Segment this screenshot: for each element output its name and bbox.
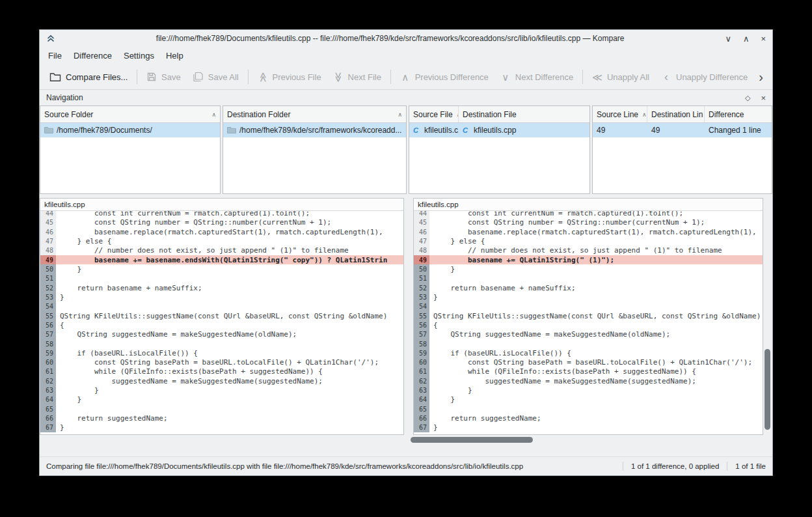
code-line-57: 57 QString suggestedName = makeSuggested… bbox=[414, 330, 763, 339]
code-line-56: 56{ bbox=[414, 320, 763, 329]
sort-ascending-icon: ∧ bbox=[453, 111, 459, 118]
line-number: 61 bbox=[40, 367, 56, 376]
source-folder-panel: Source Folder ∧ /home/fhek789/Documents/ bbox=[40, 105, 221, 194]
horizontal-scrollbar[interactable] bbox=[40, 435, 763, 445]
float-dock-icon[interactable]: ◇ bbox=[745, 94, 750, 102]
difference-row[interactable]: 49 49 Changed 1 line bbox=[593, 123, 772, 137]
double-chevron-left-icon: ≪ bbox=[592, 72, 602, 82]
destination-folder-row[interactable]: /home/fhek789/kde/src/frameworks/kcoread… bbox=[223, 123, 406, 137]
files-panel-header[interactable]: Source File ∧ Destination File bbox=[409, 106, 589, 123]
code-line-44: 44 const int currentNum = rmatch.capture… bbox=[414, 211, 763, 218]
diff-view: kfileutils.cpp 44 const int currentNum =… bbox=[40, 198, 772, 435]
previous-file-button[interactable]: ≫ Previous File bbox=[251, 68, 327, 86]
toolbar-separator bbox=[582, 70, 583, 84]
chevron-down-icon: ∨ bbox=[500, 72, 511, 82]
line-number: 47 bbox=[40, 236, 56, 245]
destination-file-value: kfileutils.cpp bbox=[474, 126, 516, 135]
cpp-file-icon: C bbox=[413, 127, 421, 134]
save-all-button[interactable]: Save All bbox=[187, 68, 245, 86]
unapply-all-button[interactable]: ≪ Unapply All bbox=[586, 68, 655, 86]
code-text: QString KFileUtils::suggestName(const QU… bbox=[429, 311, 763, 320]
code-text: } else { bbox=[429, 236, 763, 245]
save-all-icon bbox=[193, 72, 204, 82]
compare-files-label: Compare Files... bbox=[66, 72, 128, 82]
line-number: 52 bbox=[40, 283, 56, 292]
kompare-app-icon bbox=[46, 34, 55, 43]
minimize-button[interactable]: ∨ bbox=[725, 35, 731, 43]
menu-file[interactable]: File bbox=[42, 48, 68, 63]
line-number: 62 bbox=[414, 376, 429, 385]
code-text: if (baseURL.isLocalFile()) { bbox=[56, 348, 403, 357]
code-text: const QString number = QString::number(c… bbox=[56, 218, 403, 227]
code-text bbox=[56, 302, 403, 311]
code-text: return basename + nameSuffix; bbox=[56, 283, 403, 292]
code-line-56: 56{ bbox=[40, 320, 403, 329]
code-text: } bbox=[429, 264, 763, 273]
destination-line-header-label: Destination Lin bbox=[651, 110, 703, 119]
code-line-52: 52 return basename + nameSuffix; bbox=[40, 283, 403, 292]
code-text: return suggestedName; bbox=[429, 413, 763, 423]
unapply-difference-button[interactable]: ‹ Unapply Difference bbox=[655, 67, 753, 87]
next-file-button[interactable]: ≫ Next File bbox=[327, 68, 387, 86]
status-divider bbox=[623, 462, 623, 471]
destination-folder-header[interactable]: Destination Folder ∧ bbox=[223, 106, 406, 123]
previous-difference-button[interactable]: ∧ Previous Difference bbox=[394, 68, 494, 86]
code-text bbox=[429, 302, 763, 311]
code-text: const int currentNum = rmatch.captured(1… bbox=[429, 211, 763, 218]
titlebar[interactable]: file:///home/fhek789/Documents/kfileutil… bbox=[40, 30, 772, 47]
line-number: 50 bbox=[40, 264, 56, 273]
code-line-66: 66 return suggestedName; bbox=[414, 413, 763, 423]
vertical-scrollbar-thumb[interactable] bbox=[765, 349, 770, 430]
source-line-value: 49 bbox=[597, 126, 605, 135]
save-button[interactable]: Save bbox=[141, 68, 187, 86]
code-text: basename += QLatin1String(" (1)"); bbox=[429, 255, 763, 264]
code-text: QString KFileUtils::suggestName(const QU… bbox=[56, 311, 403, 320]
menu-difference[interactable]: Difference bbox=[68, 48, 118, 63]
files-row[interactable]: C kfileutils.c... C kfileutils.cpp bbox=[409, 123, 589, 137]
menu-settings[interactable]: Settings bbox=[118, 48, 160, 63]
difference-panel-header[interactable]: Source Line ∧ Destination Lin Difference bbox=[593, 106, 772, 123]
code-line-59: 59 if (baseURL.isLocalFile()) { bbox=[40, 348, 403, 357]
menu-help[interactable]: Help bbox=[160, 48, 189, 63]
right-code[interactable]: 44 const int currentNum = rmatch.capture… bbox=[414, 211, 763, 434]
code-text bbox=[56, 274, 403, 283]
code-line-47: 47 } else { bbox=[414, 236, 763, 245]
vertical-scrollbar[interactable] bbox=[763, 198, 772, 435]
code-text: QString suggestedName = makeSuggestedNam… bbox=[429, 330, 763, 339]
code-line-62: 62 suggestedName = makeSuggestedName(sug… bbox=[414, 376, 763, 385]
line-number: 65 bbox=[40, 404, 56, 413]
difference-value: Changed 1 line bbox=[709, 126, 761, 135]
code-text: basename.replace(rmatch.capturedStart(1)… bbox=[56, 227, 403, 236]
compare-files-button[interactable]: Compare Files... bbox=[44, 68, 133, 86]
line-number: 57 bbox=[414, 330, 429, 339]
code-line-51: 51 bbox=[414, 274, 763, 283]
code-line-66: 66 return suggestedName; bbox=[40, 413, 403, 423]
code-text bbox=[429, 339, 763, 348]
code-text: basename += basename.endsWith(QLatin1Str… bbox=[56, 255, 403, 264]
code-text: suggestedName = makeSuggestedName(sugges… bbox=[429, 376, 763, 385]
code-text: } bbox=[429, 395, 763, 404]
status-divider bbox=[727, 462, 727, 471]
close-dock-icon[interactable]: × bbox=[761, 93, 766, 103]
line-number: 56 bbox=[414, 320, 429, 329]
code-text: const QString basePath = baseURL.toLocal… bbox=[56, 358, 403, 367]
code-text: } bbox=[56, 264, 403, 273]
line-number: 48 bbox=[414, 246, 429, 255]
destination-file-header-label: Destination File bbox=[463, 110, 517, 119]
code-text: } bbox=[429, 385, 763, 395]
maximize-button[interactable]: ∧ bbox=[743, 35, 750, 43]
navigation-panels: Source Folder ∧ /home/fhek789/Documents/… bbox=[40, 105, 772, 198]
source-folder-row[interactable]: /home/fhek789/Documents/ bbox=[40, 123, 220, 137]
toolbar-overflow-button[interactable]: › bbox=[753, 70, 768, 85]
source-folder-header[interactable]: Source Folder ∧ bbox=[40, 106, 220, 123]
line-number: 58 bbox=[40, 339, 56, 348]
line-number: 53 bbox=[414, 292, 429, 301]
horizontal-scrollbar-thumb[interactable] bbox=[411, 437, 533, 443]
next-difference-button[interactable]: ∨ Next Difference bbox=[494, 68, 579, 86]
status-differences: 1 of 1 difference, 0 applied bbox=[631, 462, 719, 470]
code-text: } bbox=[429, 423, 763, 432]
left-code[interactable]: 44 const int currentNum = rmatch.capture… bbox=[40, 211, 403, 434]
close-button[interactable]: × bbox=[761, 35, 766, 43]
code-line-45: 45 const QString number = QString::numbe… bbox=[414, 218, 763, 227]
line-number: 61 bbox=[414, 367, 429, 376]
